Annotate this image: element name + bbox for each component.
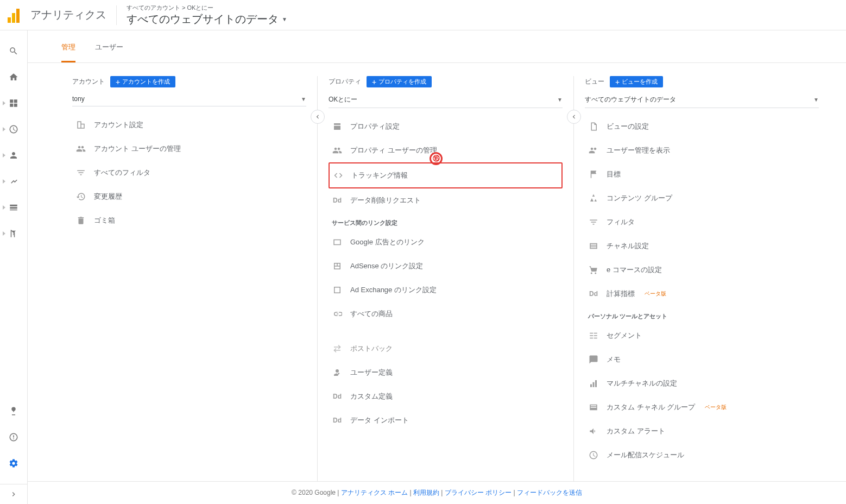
- realtime-icon[interactable]: [8, 124, 19, 135]
- create-account-label: アカウントを作成: [122, 78, 170, 86]
- dropdown-triangle-icon: ▼: [557, 97, 563, 103]
- postback-item[interactable]: ポストバック: [329, 337, 563, 361]
- view-settings-item[interactable]: ビューの設定: [585, 115, 819, 138]
- tab-users[interactable]: ユーザー: [95, 30, 123, 62]
- page-icon: [332, 121, 343, 132]
- data-import-item[interactable]: Ddデータ インポート: [329, 408, 563, 432]
- google-ads-link-item[interactable]: Google 広告とのリンク: [329, 230, 563, 254]
- footer-home-link[interactable]: アナリティクス ホーム: [341, 489, 408, 496]
- item-label: データ インポート: [350, 415, 409, 425]
- discover-icon[interactable]: [8, 432, 19, 443]
- item-label: カスタム定義: [350, 392, 393, 401]
- tracking-info-item[interactable]: トラッキング情報: [329, 162, 563, 188]
- ecommerce-settings-item[interactable]: e コマースの設定: [585, 258, 819, 282]
- property-users-item[interactable]: プロパティ ユーザーの管理: [329, 138, 563, 162]
- megaphone-icon: [588, 426, 599, 437]
- footer-feedback-link[interactable]: フィードバックを送信: [517, 489, 582, 496]
- item-label: メール配信スケジュール: [607, 450, 684, 460]
- expand-nav-icon[interactable]: [0, 484, 27, 504]
- item-label: ユーザー管理を表示: [607, 146, 670, 155]
- custom-alerts-item[interactable]: カスタム アラート: [585, 419, 819, 443]
- search-icon[interactable]: [8, 46, 19, 56]
- property-column: プロパティ +プロパティを作成 OKとにー▼ プロパティ設定 プロパティ ユーザ…: [317, 76, 573, 481]
- create-view-button[interactable]: +ビューを作成: [610, 76, 663, 87]
- audience-icon[interactable]: [8, 150, 19, 161]
- flag-icon: [588, 169, 599, 180]
- filter-icon: [75, 167, 86, 178]
- admin-tabs: 管理 ユーザー: [28, 30, 846, 63]
- footer-privacy-link[interactable]: プライバシー ポリシー: [445, 489, 512, 496]
- view-name-label: すべてのウェブサイトのデータ: [127, 12, 279, 27]
- item-label: コンテンツ グループ: [607, 193, 672, 203]
- breadcrumb: すべてのアカウント > OKとにー: [127, 4, 287, 12]
- property-settings-item[interactable]: プロパティ設定: [329, 115, 563, 138]
- item-label: ポストバック: [350, 344, 393, 354]
- account-trash-item[interactable]: ゴミ箱: [72, 209, 306, 232]
- item-label: アカウント設定: [94, 120, 143, 130]
- data-delete-request-item[interactable]: Ddデータ削除リクエスト: [329, 188, 563, 212]
- collapse-column-button[interactable]: [311, 110, 325, 124]
- sep: |: [336, 489, 341, 496]
- people-icon: [332, 145, 343, 156]
- adexchange-link-item[interactable]: Ad Exchange のリンク設定: [329, 278, 563, 302]
- multichannel-item[interactable]: マルチチャネルの設定: [585, 371, 819, 395]
- bars-icon: [588, 378, 599, 389]
- create-account-button[interactable]: +アカウントを作成: [110, 76, 175, 87]
- building-icon: [75, 119, 86, 130]
- people-icon: [588, 145, 599, 156]
- mail-schedule-item[interactable]: メール配信スケジュール: [585, 443, 819, 467]
- create-property-button[interactable]: +プロパティを作成: [367, 76, 432, 87]
- item-label: ビューの設定: [607, 122, 649, 131]
- divider: [116, 5, 117, 25]
- adsense-icon: [332, 261, 343, 272]
- account-heading-label: アカウント: [72, 77, 105, 86]
- item-label: すべての商品: [350, 309, 393, 319]
- tab-admin[interactable]: 管理: [61, 30, 75, 62]
- account-picker[interactable]: すべてのアカウント > OKとにー すべてのウェブサイトのデータ ▼: [127, 4, 287, 27]
- home-icon[interactable]: [8, 72, 19, 83]
- account-select[interactable]: tony▼: [72, 92, 306, 106]
- property-selected-label: OKとにー: [329, 95, 357, 104]
- dd-icon: Dd: [332, 195, 343, 206]
- behavior-icon[interactable]: [8, 202, 19, 213]
- adsense-link-item[interactable]: AdSense のリンク設定: [329, 254, 563, 278]
- item-label: チャネル設定: [607, 241, 649, 251]
- account-selected-label: tony: [72, 95, 85, 103]
- all-products-item[interactable]: すべての商品: [329, 302, 563, 326]
- item-label: メモ: [607, 355, 621, 364]
- acquisition-icon[interactable]: [8, 176, 19, 187]
- view-heading: ビュー +ビューを作成: [585, 76, 819, 87]
- account-filters-item[interactable]: すべてのフィルタ: [72, 161, 306, 185]
- collapse-column-button[interactable]: [567, 110, 581, 124]
- tools-section-heading: パーソナル ツールとアセット: [585, 306, 819, 324]
- item-label: カスタム チャネル グループ: [607, 402, 695, 412]
- conversions-icon[interactable]: [8, 228, 19, 239]
- account-history-item[interactable]: 変更履歴: [72, 185, 306, 209]
- attribution-icon[interactable]: [8, 406, 19, 417]
- property-select[interactable]: OKとにー▼: [329, 92, 563, 108]
- settings-icon[interactable]: [8, 458, 19, 469]
- trash-icon: [75, 215, 86, 226]
- item-label: トラッキング情報: [351, 171, 408, 180]
- goals-item[interactable]: 目標: [585, 162, 819, 186]
- account-users-item[interactable]: アカウント ユーザーの管理: [72, 137, 306, 161]
- view-select[interactable]: すべてのウェブサイトのデータ▼: [585, 92, 819, 108]
- channel-settings-item[interactable]: チャネル設定: [585, 234, 819, 258]
- custom-definitions-item[interactable]: Ddカスタム定義: [329, 385, 563, 408]
- view-users-item[interactable]: ユーザー管理を表示: [585, 138, 819, 162]
- footer-terms-link[interactable]: 利用規約: [413, 489, 439, 496]
- view-filters-item[interactable]: フィルタ: [585, 210, 819, 234]
- user-defined-item[interactable]: ユーザー定義: [329, 361, 563, 385]
- clock-icon: [588, 450, 599, 461]
- left-nav: [0, 30, 28, 504]
- content-groups-item[interactable]: コンテンツ グループ: [585, 186, 819, 210]
- view-selected-label: すべてのウェブサイトのデータ: [585, 95, 676, 104]
- calculated-metrics-item[interactable]: Dd計算指標ベータ版: [585, 282, 819, 306]
- history-icon: [75, 191, 86, 202]
- custom-channel-item[interactable]: カスタム チャネル グループベータ版: [585, 395, 819, 419]
- account-settings-item[interactable]: アカウント設定: [72, 113, 306, 137]
- notes-item[interactable]: メモ: [585, 348, 819, 371]
- segments-item[interactable]: セグメント: [585, 324, 819, 348]
- customization-icon[interactable]: [8, 98, 19, 109]
- link-icon: [332, 308, 343, 319]
